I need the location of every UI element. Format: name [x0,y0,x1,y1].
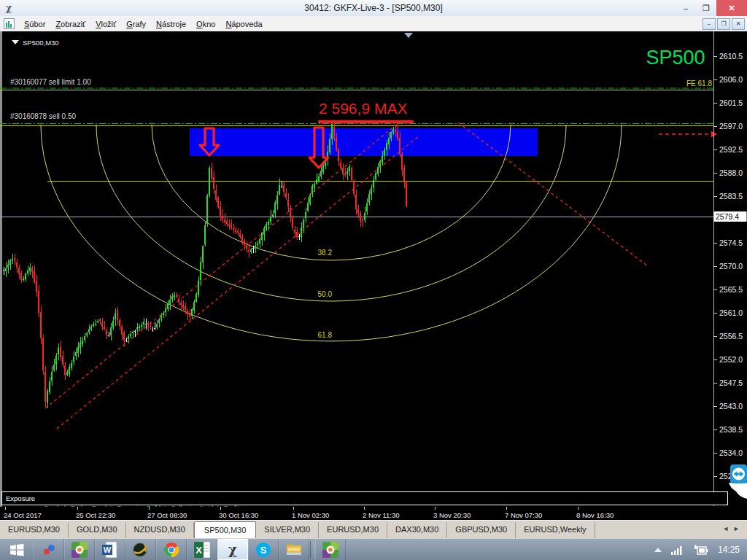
system-tray: 14:25 [654,539,747,560]
time-axis-label: 8 Nov 16:30 [576,511,614,519]
menu-item-5[interactable]: Okno [191,18,220,30]
fibonacci-arc-label-0: 38.2 [318,249,333,257]
menu-item-0[interactable]: Súbor [19,18,50,30]
price-axis-label: 2565.5 [719,285,743,294]
minimize-button[interactable]: – [676,0,696,16]
chart-tab-eurusd-m30[interactable]: EURUSD,M30 [0,522,69,538]
price-axis-label: 2583.5 [719,192,743,201]
taskbar-app-mt4-active[interactable]: χ [217,539,248,560]
chart-tab-nzdusd-m30[interactable]: NZDUSD,M30 [126,522,194,538]
chart-left-frame [0,31,2,520]
taskbar-separator [310,541,314,558]
windows-logo-icon [9,542,25,558]
menu-item-4[interactable]: Nástroje [151,18,191,30]
price-axis-label: 2552.0 [719,355,743,364]
taskbar-app-excel[interactable]: X [187,539,217,560]
window-title: 30412: GKFX-Live-3 - [SP500,M30] [0,3,747,13]
tabs-scroll-right-icon[interactable]: ► [733,525,740,532]
svg-text:X: X [196,545,202,556]
price-axis-label: 2534.0 [719,448,743,457]
svg-text:χ: χ [228,542,237,557]
menu-bar: SúborZobraziťVložiťGrafyNástrojeOknoNápo… [0,16,747,32]
network-signal-icon[interactable] [671,545,684,555]
symbol-watermark: SP500 [646,47,705,69]
menu-item-6[interactable]: Nápoveda [220,18,267,30]
mdi-restore-button[interactable]: ❐ [717,18,730,30]
excel-icon: X [194,542,210,558]
time-axis-label: 30 Oct 16:30 [219,511,258,519]
picture-manager-icon [322,542,338,558]
close-button[interactable]: ✕ [716,0,747,16]
menu-item-3[interactable]: Grafy [121,18,151,30]
price-axis-label: 2556.5 [719,332,743,341]
chart-tab-gold-m30[interactable]: GOLD,M30 [69,522,126,538]
mt4-window: χ 30412: GKFX-Live-3 - [SP500,M30] – ❐ ✕… [0,0,747,560]
chart-tab-dax30-m30[interactable]: DAX30,M30 [387,522,447,538]
time-axis-label: 24 Oct 2017 [4,511,42,519]
chart-tab-silver-m30[interactable]: SILVER,M30 [256,522,319,538]
time-axis-label: 7 Nov 07:30 [505,511,542,519]
max-annotation-text: 2 596,9 MAX [319,100,407,117]
taskbar-app-skype[interactable]: S [248,539,279,560]
chart-tab-eurusd-m30[interactable]: EURUSD,M30 [319,522,387,538]
time-axis-label: 1 Nov 02:30 [292,511,329,519]
menu-item-2[interactable]: Vložiť [90,18,121,30]
price-axis-label: 2592.5 [719,145,743,154]
start-button[interactable] [0,539,34,560]
people-icon [41,542,57,558]
taskbar-app-picture-manager[interactable] [315,539,346,560]
fib-expansion-label: FE 61.8 [686,79,712,88]
price-axis-label: 2547.5 [719,378,743,387]
order-label-0: #30160077 sell limit 1.00 [10,78,91,86]
restore-button[interactable]: ❐ [696,0,716,16]
skype-icon: S [255,542,271,558]
title-bar: χ 30412: GKFX-Live-3 - [SP500,M30] – ❐ ✕ [0,0,747,17]
file-explorer-icon [286,542,302,558]
price-axis-label: 2538.5 [719,425,743,434]
chart-tab-sp500-m30[interactable]: SP500,M30 [194,521,256,538]
order-label-1: #30160878 sell 0.50 [10,112,77,120]
time-axis-label: 3 Nov 20:30 [433,511,471,519]
price-axis-label: 2574.5 [719,238,743,247]
time-axis-label: 2 Nov 11:30 [363,511,400,519]
price-axis-label: 2601.5 [719,98,743,107]
exposure-tab-label: Exposure [6,494,35,502]
fibonacci-arc-label-1: 50.0 [318,290,333,298]
mdi-minimize-button[interactable]: – [703,18,716,30]
chart-tab-eurusd-weekly[interactable]: EURUSD,Weekly [516,522,595,538]
chrome-icon [163,542,179,558]
taskbar-app-word[interactable]: W [95,539,125,560]
chart-tab-gbpusd-m30[interactable]: GBPUSD,M30 [447,522,516,538]
exposure-panel [1,491,727,505]
price-axis-label: 2543.0 [719,402,743,411]
fibonacci-arc-label-2: 61.8 [318,331,333,339]
taskbar-app-globe[interactable] [125,539,156,560]
svg-text:S: S [260,545,267,556]
price-axis-label: 2561.0 [719,308,743,317]
tabs-scroll-left-icon[interactable]: ◄ [722,525,729,532]
chart-symbol-label: SP500,M30 [23,39,59,47]
mdi-close-button[interactable]: ✕ [732,18,745,30]
price-axis-label: 2588.0 [719,168,743,177]
chart-canvas[interactable]: #30160077 sell limit 1.00#30160878 sell … [0,31,747,520]
taskbar-app-chrome[interactable] [156,539,187,560]
taskbar-clock[interactable]: 14:25 [718,545,740,555]
current-price-label: 2579.4 [716,212,739,221]
menu-item-1[interactable]: Zobraziť [50,18,90,30]
battery-icon[interactable] [694,545,708,555]
price-axis-label: 2597.0 [719,122,743,131]
word-icon: W [102,542,118,558]
price-axis-label: 2610.5 [719,52,743,61]
globe-icon [133,542,149,558]
taskbar-app-picture-manager[interactable] [64,539,95,560]
taskbar-app-people[interactable] [34,539,64,560]
chart-window-icon [4,18,15,29]
chart-tab-bar: EURUSD,M30GOLD,M30NZDUSD,M30SP500,M30SIL… [0,520,747,540]
price-axis-label: 2570.0 [719,262,743,271]
taskbar-app-file-explorer[interactable] [279,539,309,560]
time-axis-label: 25 Oct 22:30 [76,511,115,519]
svg-text:W: W [104,545,112,554]
picture-manager-icon [71,542,88,558]
hidden-icons-chevron[interactable] [654,548,662,552]
taskbar: WXχS 14:25 [0,539,747,560]
